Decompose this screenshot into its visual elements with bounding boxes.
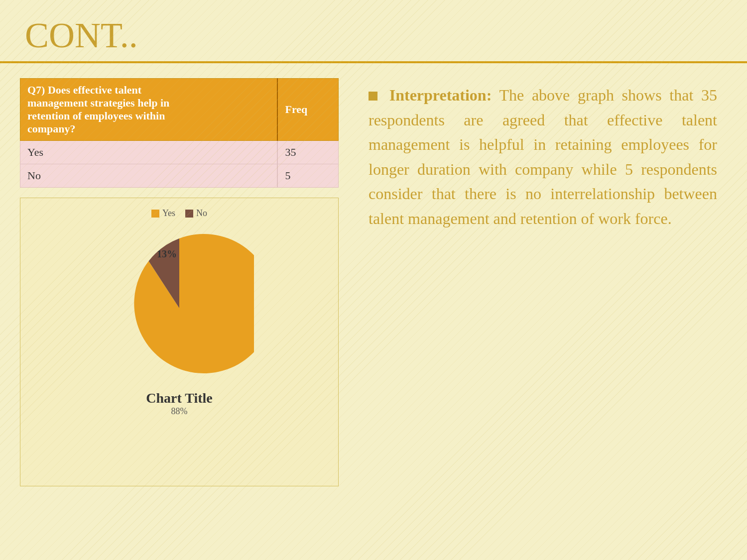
left-panel: Q7) Does effective talent management str… <box>20 78 339 559</box>
interpretation-label: Interpretation: <box>389 86 492 104</box>
table-header-question: Q7) Does effective talent management str… <box>20 79 278 141</box>
main-content: Q7) Does effective talent management str… <box>0 78 747 559</box>
page-title: CONT.. <box>25 15 138 55</box>
pie-slice-yes <box>134 234 254 373</box>
row-no-label: No <box>20 164 278 188</box>
table-header-freq: Freq <box>277 79 338 141</box>
right-panel: Interpretation: The above graph shows th… <box>359 78 727 559</box>
interpretation-body: The above graph shows that 35 respondent… <box>369 86 717 227</box>
table-row: Yes 35 <box>20 141 339 164</box>
chart-pct-88: 88% <box>171 406 188 416</box>
legend-yes-color <box>151 210 159 218</box>
title-section: CONT.. <box>0 0 747 63</box>
legend-yes-label: Yes <box>162 208 175 219</box>
interpretation-paragraph: Interpretation: The above graph shows th… <box>369 83 717 231</box>
data-table: Q7) Does effective talent management str… <box>20 78 339 188</box>
legend-no-label: No <box>196 208 207 219</box>
chart-legend: Yes No <box>151 208 207 219</box>
row-yes-value: 35 <box>277 141 338 164</box>
legend-no-color <box>185 210 193 218</box>
bullet-icon <box>369 92 377 101</box>
legend-no: No <box>185 208 207 219</box>
pie-chart-container: 13% <box>105 233 254 383</box>
chart-title: Chart Title <box>146 390 213 406</box>
chart-area: Yes No <box>20 198 339 486</box>
table-row: No 5 <box>20 164 339 188</box>
chart-label-13: 13% <box>157 248 177 260</box>
chart-title-area: Chart Title 88% <box>146 390 213 417</box>
legend-yes: Yes <box>151 208 175 219</box>
row-yes-label: Yes <box>20 141 278 164</box>
pie-chart-svg <box>105 233 254 383</box>
row-no-value: 5 <box>277 164 338 188</box>
